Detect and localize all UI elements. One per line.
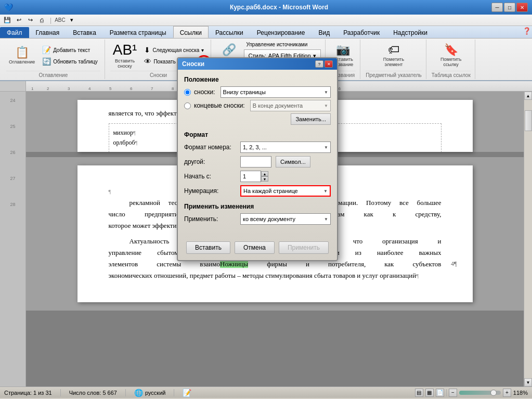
other-symbol-input[interactable] bbox=[240, 156, 271, 168]
zoom-out-button[interactable]: − bbox=[449, 389, 457, 397]
page-status-text: Страница: 1 из 31 bbox=[4, 390, 52, 396]
tab-home[interactable]: Главная bbox=[29, 27, 67, 38]
toc-button[interactable]: 📋 Оглавление bbox=[6, 45, 37, 66]
endnote-radio[interactable] bbox=[184, 102, 191, 109]
position-section: Положение сноски: Внизу страницы ▼ конце… bbox=[184, 76, 331, 125]
tab-developer[interactable]: Разработчик bbox=[336, 27, 386, 38]
tab-insert[interactable]: Вставка bbox=[66, 27, 103, 38]
dialog-title: Сноски bbox=[182, 60, 204, 68]
insert-footnote-button[interactable]: AB¹ Вставитьсноску bbox=[110, 41, 140, 70]
scroll-thumb[interactable] bbox=[525, 110, 532, 131]
footnote-position-dropdown[interactable]: Внизу страницы ▼ bbox=[220, 86, 331, 98]
footnote-icon: AB¹ bbox=[113, 43, 137, 57]
endnote-position-dropdown[interactable]: В конце документа ▼ bbox=[250, 100, 331, 111]
apply-btn[interactable]: Применить bbox=[279, 241, 329, 254]
ribbon-tabs: Файл Главная Вставка Разметка страницы С… bbox=[0, 26, 532, 38]
scroll-track[interactable] bbox=[524, 100, 532, 378]
tab-addins[interactable]: Надстройки bbox=[386, 27, 434, 38]
zoom-control: ▤ ▦ 📄 − + 118% bbox=[415, 389, 528, 397]
endnote-radio-label: концевые сноски: bbox=[194, 102, 245, 109]
status-bar: Страница: 1 из 31 Число слов: 5 667 🌐 ру… bbox=[0, 387, 532, 398]
quick-undo[interactable]: ↩ bbox=[14, 16, 24, 25]
other-label: другой: bbox=[184, 158, 236, 165]
zoom-percent: 118% bbox=[513, 390, 528, 396]
dialog-help-button[interactable]: ? bbox=[315, 60, 323, 68]
tab-review[interactable]: Рецензирование bbox=[250, 27, 312, 38]
ribbon-help[interactable]: ❓ bbox=[522, 26, 532, 35]
citation-icon: 🔗 bbox=[222, 44, 236, 56]
quick-more[interactable]: ▾ bbox=[67, 16, 77, 25]
start-value-input[interactable]: 1 bbox=[240, 171, 261, 182]
language-status: 🌐 русский bbox=[134, 389, 165, 397]
format-section: Формат Формат номера: 1, 2, 3, ... ▼ дру… bbox=[184, 131, 331, 197]
minimize-button[interactable]: ─ bbox=[491, 3, 503, 12]
quick-redo[interactable]: ↪ bbox=[25, 16, 35, 25]
close-button[interactable]: ✕ bbox=[516, 3, 528, 12]
track-changes-icon[interactable]: 📝 bbox=[183, 389, 191, 397]
manage-sources-button[interactable]: Управление источниками bbox=[244, 41, 321, 48]
next-footnote-button[interactable]: ⬇ Следующая сноска ▾ bbox=[141, 45, 206, 55]
mark-citation-button[interactable]: 🔖 Пометитьссылку bbox=[438, 43, 464, 69]
apply-dropdown[interactable]: ко всему документу ▼ bbox=[240, 213, 331, 225]
window-controls: ─ □ ✕ bbox=[491, 3, 528, 12]
view-normal-button[interactable]: ▤ bbox=[415, 389, 423, 397]
dialog-close-button[interactable]: ✕ bbox=[325, 60, 333, 68]
tab-view[interactable]: Вид bbox=[312, 27, 336, 38]
start-number-row: Начать с: 1 ▲ ▼ bbox=[184, 171, 331, 182]
window-title: Курс.раб6.docx - Microsoft Word bbox=[67, 4, 491, 11]
number-format-row: Формат номера: 1, 2, 3, ... ▼ bbox=[184, 141, 331, 153]
tab-mailings[interactable]: Рассылки bbox=[209, 27, 250, 38]
quick-save[interactable]: 💾 bbox=[2, 16, 12, 25]
numbering-value: На каждой странице bbox=[243, 188, 298, 194]
start-spinner: ▲ ▼ bbox=[261, 171, 268, 182]
tab-file[interactable]: Файл bbox=[0, 27, 29, 38]
view-read-button[interactable]: 📄 bbox=[436, 389, 444, 397]
number-format-label: Формат номера: bbox=[184, 144, 236, 151]
zoom-slider[interactable] bbox=[459, 391, 501, 395]
footnote-radio[interactable] bbox=[184, 89, 191, 96]
cancel-btn[interactable]: Отмена bbox=[235, 241, 275, 254]
view-layout-button[interactable]: ▦ bbox=[425, 389, 434, 397]
caption-icon: 📷 bbox=[336, 44, 350, 56]
toc-group-label: Оглавление bbox=[6, 71, 100, 78]
apply-dropdown-arrow: ▼ bbox=[324, 217, 328, 222]
maximize-button[interactable]: □ bbox=[504, 3, 515, 12]
spin-down[interactable]: ▼ bbox=[261, 176, 268, 182]
zoom-in-button[interactable]: + bbox=[503, 389, 511, 397]
footnote-position-value: Внизу страницы bbox=[223, 89, 266, 95]
toc-icon: 📋 bbox=[15, 47, 29, 58]
ribbon-group-index: 🏷 Пометитьэлемент Предметный указатель bbox=[361, 40, 426, 79]
endnote-radio-row: концевые сноски: В конце документа ▼ bbox=[184, 100, 331, 111]
scroll-down-button[interactable]: ▼ bbox=[524, 378, 532, 387]
entry-icon: 🏷 bbox=[388, 44, 399, 56]
footnote-radio-row: сноски: Внизу страницы ▼ bbox=[184, 86, 331, 98]
scrollbar-right[interactable]: ▲ ▼ bbox=[524, 92, 532, 387]
tab-layout[interactable]: Разметка страницы bbox=[103, 27, 173, 38]
language-text: русский bbox=[145, 390, 165, 396]
word-count-status: Число слов: 5 667 bbox=[69, 390, 117, 396]
start-label: Начать с: bbox=[184, 173, 236, 180]
format-title: Формат bbox=[184, 131, 331, 138]
mark-entry-button[interactable]: 🏷 Пометитьэлемент bbox=[381, 43, 407, 69]
update-table-button[interactable]: 🔄 Обновить таблицу bbox=[40, 56, 100, 67]
numbering-dropdown[interactable]: На каждой странице ▼ bbox=[240, 185, 331, 197]
replace-button[interactable]: Заменить... bbox=[291, 113, 331, 125]
apply-row: Применить: ко всему документу ▼ bbox=[184, 213, 331, 225]
numbering-row: Нумерация: На каждой странице ▼ bbox=[184, 185, 331, 197]
number-format-dropdown[interactable]: 1, 2, 3, ... ▼ bbox=[240, 141, 331, 153]
insert-btn[interactable]: Вставить bbox=[186, 241, 230, 254]
position-title: Положение bbox=[184, 76, 331, 83]
numbering-label: Нумерация: bbox=[184, 187, 236, 195]
numbering-arrow: ▼ bbox=[323, 189, 328, 194]
symbol-button[interactable]: Символ... bbox=[276, 156, 310, 168]
ruler-left-margin bbox=[0, 81, 26, 91]
footnote-dropdown-arrow: ▼ bbox=[324, 90, 328, 95]
zoom-thumb[interactable] bbox=[490, 390, 497, 396]
spin-up[interactable]: ▲ bbox=[261, 171, 268, 176]
scroll-up-button[interactable]: ▲ bbox=[524, 92, 532, 100]
tab-references[interactable]: Ссылки bbox=[173, 26, 209, 38]
footnote-radio-label: сноски: bbox=[194, 88, 215, 96]
apply-label: Применить: bbox=[184, 215, 236, 223]
add-text-button[interactable]: 📝 Добавить текст bbox=[40, 45, 100, 55]
quick-print[interactable]: ⎙ bbox=[36, 16, 47, 25]
